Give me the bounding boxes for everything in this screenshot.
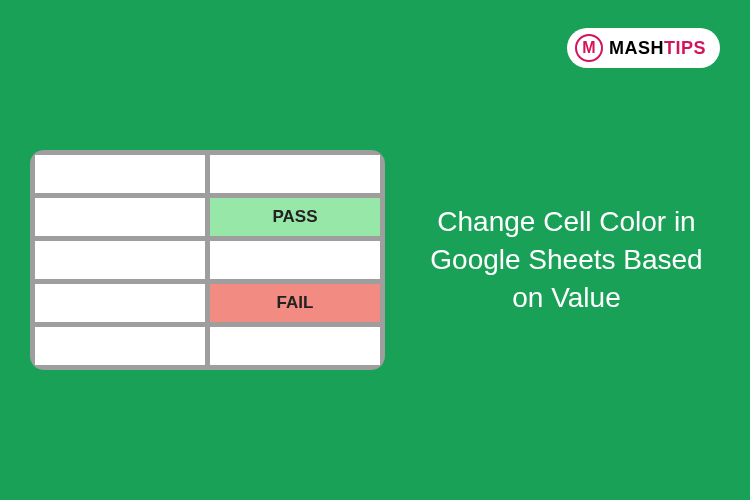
table-cell-pass: PASS: [210, 198, 380, 236]
content-row: PASS FAIL Change Cell Color in Google Sh…: [30, 150, 720, 370]
logo-text-mash: MASH: [609, 38, 664, 58]
table-cell: [210, 241, 380, 279]
page-title: Change Cell Color in Google Sheets Based…: [413, 203, 720, 316]
table-cell: [35, 241, 205, 279]
logo-icon-letter: M: [582, 39, 595, 57]
table-cell: [35, 284, 205, 322]
spreadsheet-table: PASS FAIL: [30, 150, 385, 370]
table-cell: [35, 327, 205, 365]
logo-m-icon: M: [575, 34, 603, 62]
table-cell-fail: FAIL: [210, 284, 380, 322]
table-cell: [35, 155, 205, 193]
brand-logo: M MASHTIPS: [567, 28, 720, 68]
table-cell: [210, 327, 380, 365]
logo-text: MASHTIPS: [609, 38, 706, 59]
table-cell: [35, 198, 205, 236]
table-cell: [210, 155, 380, 193]
logo-text-tips: TIPS: [664, 38, 706, 58]
